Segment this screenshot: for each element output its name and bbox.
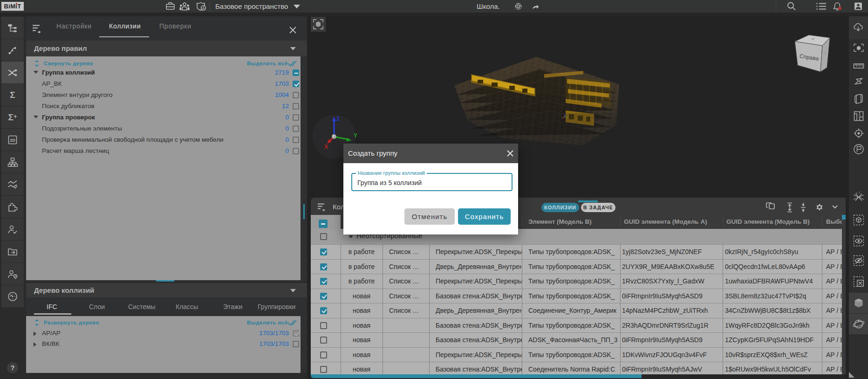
svg-text:2D: 2D bbox=[10, 138, 15, 143]
svg-text:X: X bbox=[324, 144, 328, 150]
svg-text:Z: Z bbox=[336, 116, 340, 122]
svg-text:1: 1 bbox=[856, 192, 857, 194]
svg-text:Y: Y bbox=[354, 132, 357, 139]
svg-text:2: 2 bbox=[859, 191, 860, 194]
